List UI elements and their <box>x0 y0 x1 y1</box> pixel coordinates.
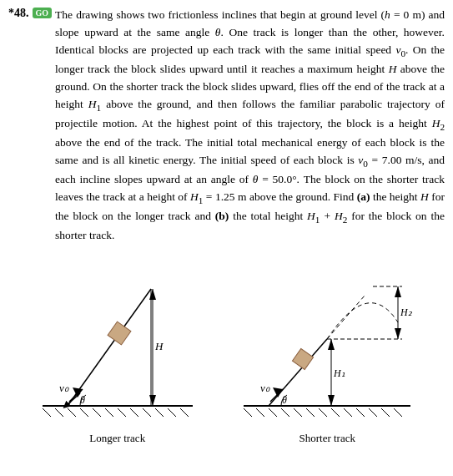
svg-line-37 <box>327 296 365 339</box>
diagram-area: H v₀ <box>8 260 445 445</box>
longer-track-label: Longer track <box>89 432 145 445</box>
h-label: H <box>154 340 164 352</box>
v0-label-shorter: v₀ <box>260 382 270 394</box>
svg-line-10 <box>155 408 164 417</box>
svg-line-35 <box>394 408 402 417</box>
problem-number: *48. <box>8 7 29 20</box>
v0-label-longer: v₀ <box>59 382 69 394</box>
svg-line-5 <box>93 408 101 417</box>
svg-line-25 <box>269 408 277 417</box>
longer-track-container: H v₀ <box>34 260 201 445</box>
svg-line-7 <box>118 408 126 417</box>
svg-line-23 <box>244 408 252 417</box>
theta-label-longer: θ <box>80 394 85 406</box>
svg-line-26 <box>281 408 289 417</box>
svg-line-27 <box>294 408 302 417</box>
svg-line-30 <box>331 408 340 417</box>
h1-label: H₁ <box>333 367 345 379</box>
h2-label: H₂ <box>400 306 413 318</box>
shorter-track-container: H₂ H₁ v₀ θ Shorter track <box>235 260 419 445</box>
svg-marker-42 <box>395 328 401 339</box>
svg-line-4 <box>80 408 88 417</box>
problem-container: *48. GO The drawing shows two frictionle… <box>8 7 445 445</box>
svg-marker-17 <box>149 395 156 406</box>
go-badge: GO <box>33 8 53 18</box>
svg-line-31 <box>344 408 352 417</box>
shorter-track-label: Shorter track <box>299 432 355 445</box>
svg-line-8 <box>130 408 138 417</box>
svg-line-3 <box>68 408 76 417</box>
svg-line-13 <box>68 289 151 406</box>
svg-rect-18 <box>108 322 131 345</box>
svg-line-9 <box>143 408 151 417</box>
svg-line-32 <box>356 408 365 417</box>
shorter-track-svg: H₂ H₁ v₀ θ <box>235 260 419 427</box>
longer-track-svg: H v₀ <box>34 260 201 427</box>
theta-label-shorter: θ <box>282 394 287 406</box>
svg-rect-46 <box>293 349 314 370</box>
svg-line-12 <box>180 408 189 417</box>
svg-line-34 <box>381 408 390 417</box>
svg-line-29 <box>319 408 327 417</box>
svg-line-1 <box>43 408 51 417</box>
svg-line-2 <box>55 408 63 417</box>
svg-line-28 <box>306 408 315 417</box>
svg-line-11 <box>168 408 176 417</box>
svg-line-24 <box>256 408 264 417</box>
svg-line-6 <box>105 408 113 417</box>
problem-text: The drawing shows two frictionless incli… <box>55 7 445 245</box>
svg-marker-44 <box>328 339 335 350</box>
svg-marker-41 <box>395 286 401 297</box>
svg-line-33 <box>369 408 377 417</box>
svg-marker-45 <box>328 395 335 406</box>
